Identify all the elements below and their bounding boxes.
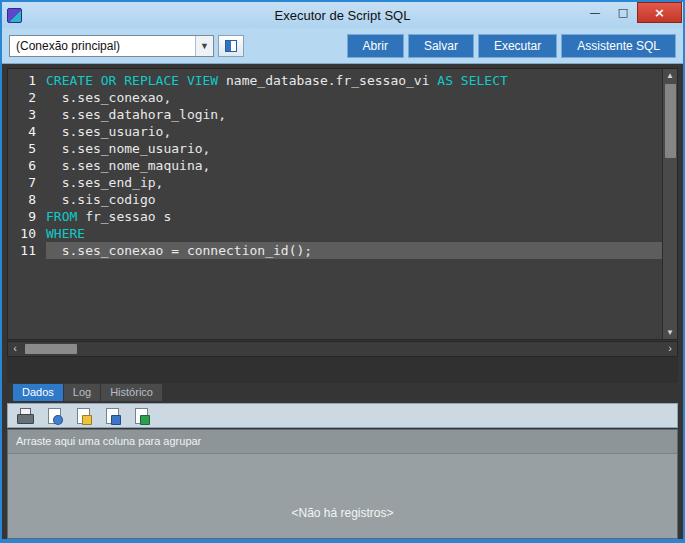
panel-splitter[interactable] xyxy=(7,357,678,383)
editor-line[interactable]: 7 s.ses_end_ip, xyxy=(8,174,662,191)
scroll-up-icon[interactable]: ▲ xyxy=(663,69,677,82)
grid-icon-toolbar xyxy=(7,403,678,428)
editor-line[interactable]: 11 s.ses_conexao = connection_id(); xyxy=(8,242,662,259)
grid-group-area[interactable]: Arraste aqui uma coluna para agrupar xyxy=(8,430,677,454)
editor-line[interactable]: 2 s.ses_conexao, xyxy=(8,89,662,106)
vertical-scrollbar-thumb[interactable] xyxy=(665,84,676,158)
scroll-right-icon[interactable]: › xyxy=(663,342,677,356)
editor-line[interactable]: 9FROM fr_sessao s xyxy=(8,208,662,225)
line-number: 6 xyxy=(8,157,46,174)
maximize-button[interactable]: □ xyxy=(609,2,637,23)
database-icon xyxy=(225,40,237,52)
titlebar: Executor de Script SQL — □ × xyxy=(2,2,683,28)
connection-select[interactable]: (Conexão principal) ▼ xyxy=(9,35,214,57)
line-number: 3 xyxy=(8,106,46,123)
line-number: 7 xyxy=(8,174,46,191)
line-number: 2 xyxy=(8,89,46,106)
minimize-button[interactable]: — xyxy=(581,2,609,23)
line-code: WHERE xyxy=(46,225,662,242)
line-code: s.ses_end_ip, xyxy=(46,174,662,191)
export-icon xyxy=(103,407,121,425)
preview-icon xyxy=(45,407,63,425)
line-number: 10 xyxy=(8,225,46,242)
line-code: s.ses_usuario, xyxy=(46,123,662,140)
editor-line[interactable]: 8 s.sis_codigo xyxy=(8,191,662,208)
sql-editor[interactable]: 1CREATE OR REPLACE VIEW name_database.fr… xyxy=(7,68,678,340)
print-icon xyxy=(16,407,34,425)
chevron-down-icon: ▼ xyxy=(195,36,213,56)
line-number: 8 xyxy=(8,191,46,208)
scroll-left-icon[interactable]: ‹ xyxy=(8,342,22,356)
close-button[interactable]: × xyxy=(637,2,682,23)
export-excel-icon-button[interactable] xyxy=(130,406,152,426)
line-code: s.ses_nome_maquina, xyxy=(46,157,662,174)
editor-line[interactable]: 6 s.ses_nome_maquina, xyxy=(8,157,662,174)
editor-line[interactable]: 10WHERE xyxy=(8,225,662,242)
print-icon-button[interactable] xyxy=(14,406,36,426)
export-excel-icon xyxy=(132,407,150,425)
line-number: 11 xyxy=(8,242,46,259)
editor-line[interactable]: 3 s.ses_datahora_login, xyxy=(8,106,662,123)
execute-button[interactable]: Executar xyxy=(478,34,557,58)
sql-assistant-button[interactable]: Assistente SQL xyxy=(561,34,676,58)
connection-manager-button[interactable] xyxy=(218,35,244,57)
scroll-down-icon[interactable]: ▼ xyxy=(663,326,677,339)
line-code: s.ses_datahora_login, xyxy=(46,106,662,123)
edit-icon-button[interactable] xyxy=(72,406,94,426)
results-grid: Arraste aqui uma coluna para agrupar <Nã… xyxy=(7,429,678,539)
window-controls: — □ × xyxy=(581,2,682,23)
line-code: s.sis_codigo xyxy=(46,191,662,208)
edit-icon xyxy=(74,407,92,425)
line-number: 4 xyxy=(8,123,46,140)
results-tabs: DadosLogHistórico xyxy=(7,383,678,401)
tab-log[interactable]: Log xyxy=(64,384,100,401)
editor-line[interactable]: 5 s.ses_nome_usuario, xyxy=(8,140,662,157)
tab-historico[interactable]: Histórico xyxy=(101,384,162,401)
line-code: CREATE OR REPLACE VIEW name_database.fr_… xyxy=(46,72,662,89)
line-code: s.ses_conexao, xyxy=(46,89,662,106)
line-code: s.ses_conexao = connection_id(); xyxy=(46,242,662,259)
line-code: s.ses_nome_usuario, xyxy=(46,140,662,157)
open-button[interactable]: Abrir xyxy=(347,34,404,58)
line-code: FROM fr_sessao s xyxy=(46,208,662,225)
content-area: 1CREATE OR REPLACE VIEW name_database.fr… xyxy=(2,64,683,539)
save-button[interactable]: Salvar xyxy=(408,34,474,58)
main-toolbar: (Conexão principal) ▼ Abrir Salvar Execu… xyxy=(2,28,683,64)
line-number: 1 xyxy=(8,72,46,89)
preview-icon-button[interactable] xyxy=(43,406,65,426)
line-number: 5 xyxy=(8,140,46,157)
tab-dados[interactable]: Dados xyxy=(13,384,63,401)
horizontal-scrollbar[interactable]: ‹ › xyxy=(7,341,678,357)
grid-body: <Não há registros> xyxy=(8,454,677,538)
horizontal-scrollbar-thumb[interactable] xyxy=(25,344,77,354)
vertical-scrollbar[interactable]: ▲ ▼ xyxy=(662,69,677,339)
editor-line[interactable]: 1CREATE OR REPLACE VIEW name_database.fr… xyxy=(8,72,662,89)
line-number: 9 xyxy=(8,208,46,225)
grid-empty-text: <Não há registros> xyxy=(8,506,677,520)
editor-lines[interactable]: 1CREATE OR REPLACE VIEW name_database.fr… xyxy=(8,69,662,339)
editor-line[interactable]: 4 s.ses_usuario, xyxy=(8,123,662,140)
export-icon-button[interactable] xyxy=(101,406,123,426)
connection-select-value: (Conexão principal) xyxy=(16,39,195,53)
app-window: Executor de Script SQL — □ × (Conexão pr… xyxy=(0,0,685,543)
